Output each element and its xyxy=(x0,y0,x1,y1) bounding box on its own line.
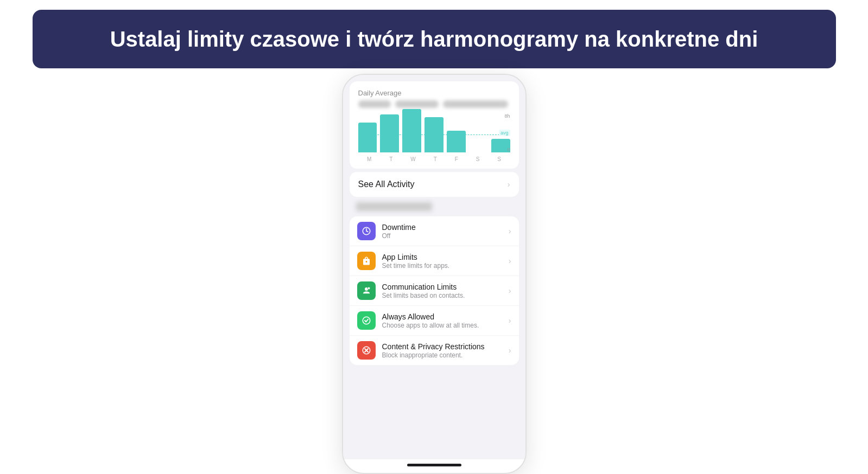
content-privacy-chevron-icon: › xyxy=(509,346,511,355)
chart-card: Daily Average xyxy=(350,81,519,169)
communication-limits-icon xyxy=(357,281,376,300)
blurred-pill-2 xyxy=(395,100,439,108)
settings-item-always-allowed[interactable]: Always Allowed Choose apps to allow at a… xyxy=(350,306,519,336)
app-limits-chevron-icon: › xyxy=(509,257,511,265)
always-allowed-chevron-icon: › xyxy=(509,316,511,325)
content-privacy-icon xyxy=(357,341,376,360)
phone-screen: Daily Average xyxy=(343,75,525,459)
settings-item-app-limits[interactable]: App Limits Set time limits for apps. › xyxy=(350,246,519,276)
svg-point-4 xyxy=(368,287,370,290)
svg-line-2 xyxy=(366,231,368,232)
content-privacy-title: Content & Privacy Restrictions xyxy=(382,342,509,351)
always-allowed-icon xyxy=(357,311,376,330)
bar-F xyxy=(447,131,466,152)
phone-mockup: Daily Average xyxy=(342,74,527,474)
settings-item-content-privacy[interactable]: Content & Privacy Restrictions Block ina… xyxy=(350,336,519,365)
see-all-activity-label: See All Activity xyxy=(358,180,415,189)
communication-limits-title: Communication Limits xyxy=(382,283,509,291)
content-privacy-text: Content & Privacy Restrictions Block ina… xyxy=(382,342,509,359)
settings-item-communication-limits[interactable]: Communication Limits Set limits based on… xyxy=(350,276,519,306)
avg-line xyxy=(358,134,499,135)
downtime-title: Downtime xyxy=(382,223,509,232)
see-all-chevron-icon: › xyxy=(508,180,510,189)
chart-axis-right: 8h 0 xyxy=(504,113,510,152)
see-all-activity-row[interactable]: See All Activity › xyxy=(350,172,519,197)
home-indicator xyxy=(343,459,525,473)
content-privacy-subtitle: Block inappropriate content. xyxy=(382,351,509,359)
blurred-pill-3 xyxy=(443,100,508,108)
bar-M xyxy=(358,123,377,152)
downtime-icon xyxy=(357,222,376,240)
chart-days: M T W T F S S xyxy=(358,156,510,162)
app-limits-icon xyxy=(357,252,376,270)
axis-max: 8h xyxy=(504,113,510,119)
always-allowed-text: Always Allowed Choose apps to allow at a… xyxy=(382,312,509,329)
header-banner: Ustalaj limity czasowe i twórz harmonogr… xyxy=(33,10,836,68)
bar-W xyxy=(402,109,421,152)
section-header-blurred xyxy=(356,202,432,211)
home-bar xyxy=(407,464,461,466)
communication-limits-subtitle: Set limits based on contacts. xyxy=(382,292,509,299)
phone-area: Daily Average xyxy=(342,74,527,474)
bar-chart-inner: avg xyxy=(358,113,510,152)
communication-limits-text: Communication Limits Set limits based on… xyxy=(382,283,509,299)
bar-T1 xyxy=(380,114,399,152)
app-limits-subtitle: Set time limits for apps. xyxy=(382,262,509,270)
settings-card: Downtime Off › App Limits Set time limit… xyxy=(350,216,519,365)
axis-zero: 0 xyxy=(504,147,510,152)
settings-item-downtime[interactable]: Downtime Off › xyxy=(350,216,519,246)
downtime-chevron-icon: › xyxy=(509,227,511,235)
downtime-subtitle: Off xyxy=(382,232,509,240)
chart-blurred-row xyxy=(358,100,510,108)
blurred-pill-1 xyxy=(358,100,391,108)
see-all-card[interactable]: See All Activity › xyxy=(350,172,519,197)
always-allowed-subtitle: Choose apps to allow at all times. xyxy=(382,322,509,329)
always-allowed-title: Always Allowed xyxy=(382,312,509,321)
chart-label: Daily Average xyxy=(358,89,510,97)
communication-limits-chevron-icon: › xyxy=(509,286,511,295)
app-limits-text: App Limits Set time limits for apps. xyxy=(382,253,509,270)
app-limits-title: App Limits xyxy=(382,253,509,261)
header-title: Ustalaj limity czasowe i twórz harmonogr… xyxy=(65,25,803,53)
bar-chart: avg 8h 0 M T W T F S S xyxy=(358,113,510,162)
downtime-text: Downtime Off xyxy=(382,223,509,240)
